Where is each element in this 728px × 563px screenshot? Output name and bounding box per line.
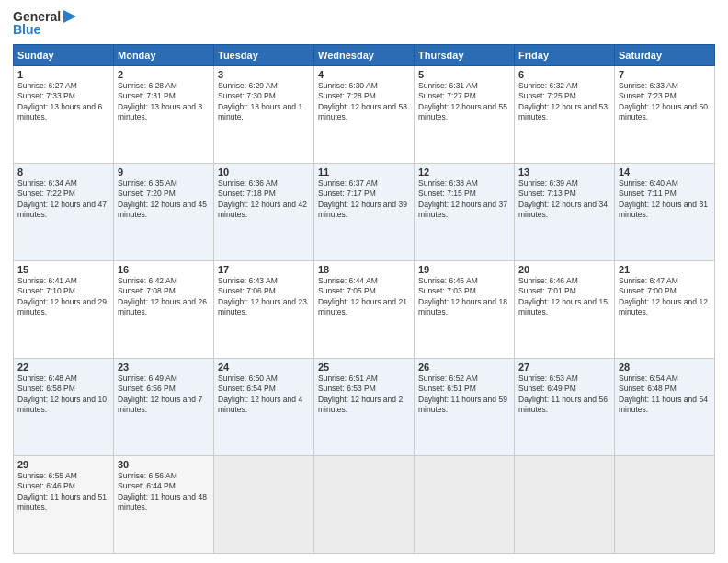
calendar-week-row: 1 Sunrise: 6:27 AM Sunset: 7:33 PM Dayli… — [14, 66, 715, 164]
day-number: 30 — [118, 459, 210, 470]
table-row: 25 Sunrise: 6:51 AM Sunset: 6:53 PM Dayl… — [314, 359, 415, 456]
table-row: 13 Sunrise: 6:39 AM Sunset: 7:13 PM Dayl… — [515, 164, 615, 261]
page: General Blue Sunday Monday Tuesday Wedne… — [0, 0, 728, 563]
day-info: Sunrise: 6:50 AM Sunset: 6:54 PM Dayligh… — [218, 373, 310, 416]
weekday-header-row: Sunday Monday Tuesday Wednesday Thursday… — [14, 45, 715, 66]
table-row — [515, 456, 615, 554]
header-sunday: Sunday — [14, 45, 114, 66]
table-row: 10 Sunrise: 6:36 AM Sunset: 7:18 PM Dayl… — [214, 164, 314, 261]
day-info: Sunrise: 6:43 AM Sunset: 7:06 PM Dayligh… — [218, 276, 310, 318]
table-row — [314, 456, 415, 554]
table-row: 1 Sunrise: 6:27 AM Sunset: 7:33 PM Dayli… — [14, 66, 114, 164]
header-friday: Friday — [515, 45, 615, 66]
table-row: 12 Sunrise: 6:38 AM Sunset: 7:15 PM Dayl… — [415, 164, 515, 261]
day-number: 2 — [118, 69, 210, 80]
table-row: 15 Sunrise: 6:41 AM Sunset: 7:10 PM Dayl… — [14, 261, 114, 359]
header-tuesday: Tuesday — [214, 45, 314, 66]
table-row: 3 Sunrise: 6:29 AM Sunset: 7:30 PM Dayli… — [214, 66, 314, 164]
table-row: 16 Sunrise: 6:42 AM Sunset: 7:08 PM Dayl… — [114, 261, 214, 359]
day-number: 17 — [218, 264, 310, 275]
day-number: 20 — [518, 264, 610, 275]
day-number: 15 — [17, 264, 109, 275]
day-info: Sunrise: 6:27 AM Sunset: 7:33 PM Dayligh… — [17, 81, 109, 123]
day-info: Sunrise: 6:47 AM Sunset: 7:00 PM Dayligh… — [619, 276, 711, 318]
table-row: 11 Sunrise: 6:37 AM Sunset: 7:17 PM Dayl… — [314, 164, 415, 261]
day-number: 29 — [17, 459, 109, 470]
day-info: Sunrise: 6:48 AM Sunset: 6:58 PM Dayligh… — [17, 373, 109, 416]
day-number: 8 — [17, 167, 109, 178]
day-info: Sunrise: 6:33 AM Sunset: 7:23 PM Dayligh… — [619, 81, 711, 123]
table-row: 26 Sunrise: 6:52 AM Sunset: 6:51 PM Dayl… — [415, 359, 515, 456]
day-number: 11 — [318, 167, 410, 178]
header: General Blue — [13, 9, 715, 37]
table-row: 23 Sunrise: 6:49 AM Sunset: 6:56 PM Dayl… — [114, 359, 214, 456]
table-row: 17 Sunrise: 6:43 AM Sunset: 7:06 PM Dayl… — [214, 261, 314, 359]
day-number: 7 — [619, 69, 711, 80]
day-number: 16 — [118, 264, 210, 275]
table-row: 18 Sunrise: 6:44 AM Sunset: 7:05 PM Dayl… — [314, 261, 415, 359]
day-info: Sunrise: 6:52 AM Sunset: 6:51 PM Dayligh… — [418, 373, 510, 416]
table-row: 24 Sunrise: 6:50 AM Sunset: 6:54 PM Dayl… — [214, 359, 314, 456]
day-number: 18 — [318, 264, 410, 275]
day-number: 24 — [218, 362, 310, 373]
table-row: 14 Sunrise: 6:40 AM Sunset: 7:11 PM Dayl… — [615, 164, 715, 261]
calendar-week-row: 15 Sunrise: 6:41 AM Sunset: 7:10 PM Dayl… — [14, 261, 715, 359]
day-number: 10 — [218, 167, 310, 178]
day-info: Sunrise: 6:34 AM Sunset: 7:22 PM Dayligh… — [17, 178, 109, 221]
table-row: 4 Sunrise: 6:30 AM Sunset: 7:28 PM Dayli… — [314, 66, 415, 164]
day-info: Sunrise: 6:40 AM Sunset: 7:11 PM Dayligh… — [619, 178, 711, 221]
table-row: 5 Sunrise: 6:31 AM Sunset: 7:27 PM Dayli… — [415, 66, 515, 164]
day-info: Sunrise: 6:31 AM Sunset: 7:27 PM Dayligh… — [418, 81, 510, 123]
day-number: 26 — [418, 362, 510, 373]
table-row: 8 Sunrise: 6:34 AM Sunset: 7:22 PM Dayli… — [14, 164, 114, 261]
table-row: 27 Sunrise: 6:53 AM Sunset: 6:49 PM Dayl… — [515, 359, 615, 456]
table-row: 21 Sunrise: 6:47 AM Sunset: 7:00 PM Dayl… — [615, 261, 715, 359]
table-row: 29 Sunrise: 6:55 AM Sunset: 6:46 PM Dayl… — [14, 456, 114, 554]
day-number: 1 — [17, 69, 109, 80]
header-thursday: Thursday — [415, 45, 515, 66]
header-saturday: Saturday — [615, 45, 715, 66]
day-number: 9 — [118, 167, 210, 178]
table-row: 6 Sunrise: 6:32 AM Sunset: 7:25 PM Dayli… — [515, 66, 615, 164]
day-number: 19 — [418, 264, 510, 275]
day-number: 6 — [518, 69, 610, 80]
day-info: Sunrise: 6:30 AM Sunset: 7:28 PM Dayligh… — [318, 81, 410, 123]
table-row: 22 Sunrise: 6:48 AM Sunset: 6:58 PM Dayl… — [14, 359, 114, 456]
day-number: 3 — [218, 69, 310, 80]
day-info: Sunrise: 6:38 AM Sunset: 7:15 PM Dayligh… — [418, 178, 510, 221]
day-info: Sunrise: 6:56 AM Sunset: 6:44 PM Dayligh… — [118, 471, 210, 513]
day-info: Sunrise: 6:37 AM Sunset: 7:17 PM Dayligh… — [318, 178, 410, 221]
table-row — [415, 456, 515, 554]
day-info: Sunrise: 6:45 AM Sunset: 7:03 PM Dayligh… — [418, 276, 510, 318]
table-row — [214, 456, 314, 554]
table-row: 7 Sunrise: 6:33 AM Sunset: 7:23 PM Dayli… — [615, 66, 715, 164]
day-info: Sunrise: 6:54 AM Sunset: 6:48 PM Dayligh… — [619, 373, 711, 416]
day-number: 21 — [619, 264, 711, 275]
header-wednesday: Wednesday — [314, 45, 415, 66]
table-row: 19 Sunrise: 6:45 AM Sunset: 7:03 PM Dayl… — [415, 261, 515, 359]
day-number: 5 — [418, 69, 510, 80]
day-number: 23 — [118, 362, 210, 373]
day-info: Sunrise: 6:36 AM Sunset: 7:18 PM Dayligh… — [218, 178, 310, 221]
day-info: Sunrise: 6:49 AM Sunset: 6:56 PM Dayligh… — [118, 373, 210, 416]
day-number: 12 — [418, 167, 510, 178]
day-info: Sunrise: 6:41 AM Sunset: 7:10 PM Dayligh… — [17, 276, 109, 318]
header-monday: Monday — [114, 45, 214, 66]
svg-marker-0 — [63, 10, 76, 23]
day-info: Sunrise: 6:44 AM Sunset: 7:05 PM Dayligh… — [318, 276, 410, 318]
day-info: Sunrise: 6:29 AM Sunset: 7:30 PM Dayligh… — [218, 81, 310, 123]
calendar-week-row: 22 Sunrise: 6:48 AM Sunset: 6:58 PM Dayl… — [14, 359, 715, 456]
day-info: Sunrise: 6:51 AM Sunset: 6:53 PM Dayligh… — [318, 373, 410, 416]
table-row: 9 Sunrise: 6:35 AM Sunset: 7:20 PM Dayli… — [114, 164, 214, 261]
calendar-table: Sunday Monday Tuesday Wednesday Thursday… — [13, 44, 715, 554]
calendar-week-row: 8 Sunrise: 6:34 AM Sunset: 7:22 PM Dayli… — [14, 164, 715, 261]
day-info: Sunrise: 6:42 AM Sunset: 7:08 PM Dayligh… — [118, 276, 210, 318]
day-number: 28 — [619, 362, 711, 373]
table-row — [615, 456, 715, 554]
day-info: Sunrise: 6:55 AM Sunset: 6:46 PM Dayligh… — [17, 471, 109, 513]
day-info: Sunrise: 6:39 AM Sunset: 7:13 PM Dayligh… — [518, 178, 610, 221]
day-number: 13 — [518, 167, 610, 178]
day-number: 27 — [518, 362, 610, 373]
day-number: 14 — [619, 167, 711, 178]
day-number: 22 — [17, 362, 109, 373]
